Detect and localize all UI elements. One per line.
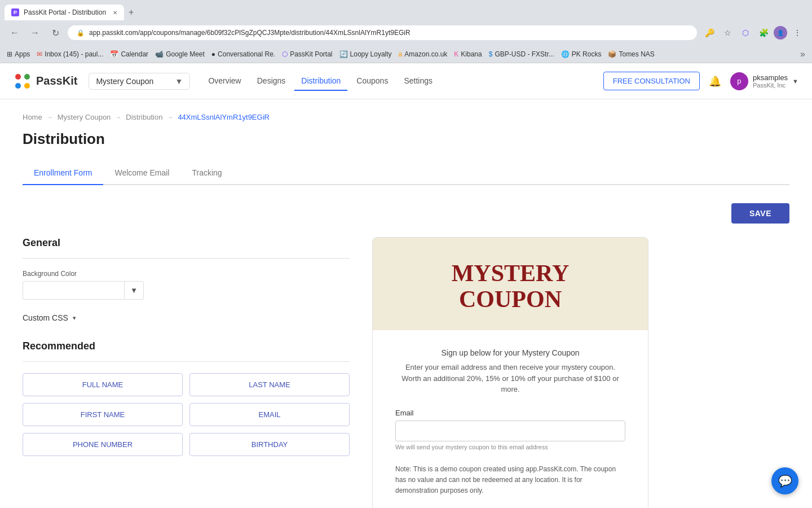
bookmark-kibana[interactable]: K Kibana [454,50,482,58]
nav-distribution[interactable]: Distribution [294,72,347,91]
chat-bubble-btn[interactable]: 💬 [771,467,798,494]
tabs: Enrollment Form Welcome Email Tracking [23,161,789,185]
field-btn-first-name[interactable]: FIRST NAME [23,403,183,426]
bookmark-pkrocks[interactable]: 🌐 PK Rocks [561,50,602,58]
preview-card: MYSTERY COUPON Sign up below for your My… [372,237,648,508]
preview-title-mystery: MYSTERY [384,260,637,286]
preview-email-field: Email We will send your mystery coupon t… [395,409,625,450]
extension-passkit-btn[interactable]: ⬡ [738,25,753,41]
custom-css-toggle[interactable]: Custom CSS ▾ [23,309,350,327]
bookmark-meet[interactable]: 📹 Google Meet [155,50,205,58]
bookmark-conversational[interactable]: ● Conversational Re. [211,50,275,58]
custom-css-label: Custom CSS [23,313,68,322]
bookmark-amazon[interactable]: a Amazon.co.uk [399,50,448,58]
bookmark-apps-label: Apps [15,50,30,58]
breadcrumb-arrow-3: → [167,114,173,121]
breadcrumb-arrow-2: → [115,114,121,121]
bookmark-inbox[interactable]: ✉ Inbox (145) - paul... [37,50,103,58]
bookmark-calendar[interactable]: 📅 Calendar [110,50,148,58]
active-tab[interactable]: P PassKit Portal - Distribution ✕ [5,5,124,20]
app-nav: PassKit Mystery Coupon ▼ Overview Design… [0,63,812,99]
preview-email-input[interactable] [395,421,625,441]
recommended-section-title: Recommended [23,340,350,352]
bookmark-pkrocks-icon: 🌐 [561,50,570,58]
address-bar[interactable]: 🔒 [68,25,697,40]
address-bar-row: ← → ↻ 🔒 🔑 ☆ ⬡ 🧩 👤 ⋮ [0,20,812,45]
back-btn[interactable]: ← [7,25,23,41]
key-icon-btn[interactable]: 🔑 [701,25,717,41]
project-selector-value: Mystery Coupon [96,77,170,86]
bookmark-passkit[interactable]: ⬡ PassKit Portal [282,50,332,58]
profile-icon[interactable]: 👤 [774,26,787,40]
bookmark-calendar-icon: 📅 [110,50,118,58]
field-btn-full-name[interactable]: FULL NAME [23,373,183,396]
bookmark-passkit-icon: ⬡ [282,50,288,58]
breadcrumb-home[interactable]: Home [23,113,42,121]
project-selector[interactable]: Mystery Coupon ▼ [89,73,190,90]
nav-designs[interactable]: Designs [250,72,293,91]
bookmark-apps-icon: ⊞ [7,50,12,58]
refresh-btn[interactable]: ↻ [47,25,63,41]
menu-btn[interactable]: ⋮ [789,25,805,41]
bookmark-meet-icon: 📹 [155,50,164,58]
save-btn[interactable]: SAVE [731,203,789,224]
project-selector-chevron: ▼ [175,77,183,86]
free-consultation-btn[interactable]: FREE CONSULTATION [603,72,700,90]
user-menu-chevron: ▼ [792,78,798,85]
chat-icon: 💬 [778,474,792,488]
tab-tracking[interactable]: Tracking [180,161,233,185]
url-input[interactable] [89,29,688,37]
svg-point-2 [15,83,21,89]
bookmark-amazon-icon: a [399,50,403,58]
color-input[interactable] [23,281,124,300]
bookmark-apps[interactable]: ⊞ Apps [7,50,30,58]
field-btn-last-name[interactable]: LAST NAME [189,373,350,396]
preview-tagline: Sign up below for your Mystery Coupon [395,348,625,357]
page-title: Distribution [23,130,789,148]
bookmark-kibana-label: Kibana [461,50,482,58]
app-logo[interactable]: PassKit [14,72,77,90]
bookmark-meet-label: Google Meet [166,50,205,58]
tab-bar: P PassKit Portal - Distribution ✕ + [0,0,812,20]
bookmark-conv-label: Conversational Re. [218,50,275,58]
bookmarks-more-btn[interactable]: » [800,49,805,59]
lock-icon: 🔒 [77,29,85,37]
svg-point-0 [15,74,21,80]
forward-btn[interactable]: → [27,25,43,41]
star-btn[interactable]: ☆ [720,25,735,41]
nav-right: FREE CONSULTATION 🔔 p pksamples PassKit,… [603,72,798,90]
new-tab-btn[interactable]: + [124,7,138,17]
extensions-btn[interactable]: 🧩 [756,25,771,41]
bookmark-pkrocks-label: PK Rocks [572,50,602,58]
bookmark-loopy[interactable]: 🔄 Loopy Loyalty [339,50,392,58]
tab-welcome-email[interactable]: Welcome Email [103,161,180,185]
bookmark-loopy-icon: 🔄 [339,50,348,58]
breadcrumb-project[interactable]: Mystery Coupon [58,113,111,121]
nav-coupons[interactable]: Coupons [350,72,395,91]
notifications-bell-btn[interactable]: 🔔 [707,73,723,90]
bookmark-tomes-icon: 📦 [608,50,616,58]
tab-enrollment-form[interactable]: Enrollment Form [23,161,103,185]
nav-settings[interactable]: Settings [397,72,439,91]
field-btn-phone[interactable]: PHONE NUMBER [23,433,183,456]
content-layout: General Background Color ▼ Custom CSS ▾ … [23,237,789,508]
bookmark-passkit-label: PassKit Portal [290,50,332,58]
nav-overview[interactable]: Overview [201,72,248,91]
tab-close-btn[interactable]: ✕ [113,10,117,16]
field-btn-birthday[interactable]: BIRTHDAY [189,433,350,456]
user-menu[interactable]: p pksamples PassKit, Inc ▼ [730,72,798,90]
background-color-label: Background Color [23,270,350,278]
form-panel: General Background Color ▼ Custom CSS ▾ … [23,237,350,508]
preview-note: Note: This is a demo coupon created usin… [395,464,625,497]
user-info: pksamples PassKit, Inc [753,73,788,89]
preview-body: Sign up below for your Mystery Coupon En… [373,330,648,508]
passkit-logo-icon [14,72,32,90]
bookmark-amazon-label: Amazon.co.uk [404,50,447,58]
field-btn-email[interactable]: EMAIL [189,403,350,426]
color-dropdown-btn[interactable]: ▼ [124,281,144,300]
breadcrumb-id[interactable]: 44XmLSsnlAlYmR1yt9EGiR [178,113,270,121]
breadcrumb-section[interactable]: Distribution [126,113,162,121]
bookmark-tomes[interactable]: 📦 Tomes NAS [608,50,654,58]
bookmark-gbpusd[interactable]: $ GBP-USD - FXStr... [489,50,554,58]
bookmark-inbox-label: Inbox (145) - paul... [45,50,103,58]
